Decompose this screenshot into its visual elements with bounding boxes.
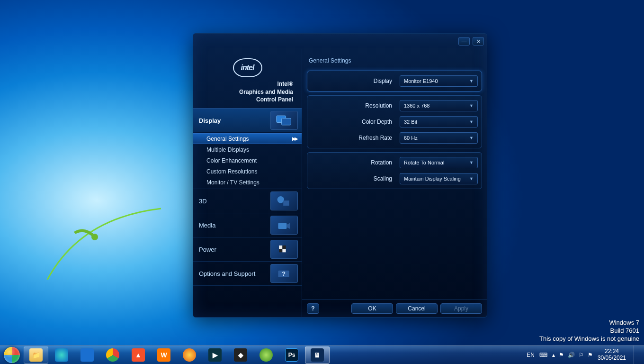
scaling-dropdown[interactable]: Maintain Display Scaling ▼ [400,173,478,184]
refresh-rate-dropdown[interactable]: 60 Hz ▼ [400,132,478,144]
ok-button[interactable]: OK [351,303,393,314]
network-icon[interactable]: ⚑ [559,352,564,358]
context-help-button[interactable]: ? [307,303,319,314]
firefox-icon [183,348,196,362]
edge-icon [55,348,68,362]
apply-button[interactable]: Apply [440,303,482,314]
action-center-icon[interactable]: ⚐ [579,352,584,358]
shapes-icon [270,191,298,210]
brave-icon: ▲ [132,348,145,362]
svg-rect-2 [282,118,291,125]
sidebar: intel Intel® Graphics and Media Control … [193,49,302,317]
volume-icon[interactable]: 🔊 [568,352,575,358]
nav-display-submenu: General Settings ▶▶ Multiple Displays Co… [193,132,302,189]
taskbar-filmora[interactable]: ▶ [203,346,227,364]
taskbar-firefox[interactable] [177,346,202,364]
svg-rect-10 [282,249,286,252]
start-button[interactable] [2,346,22,364]
svg-marker-6 [286,223,290,229]
minimize-icon: — [462,38,467,44]
svg-point-0 [91,234,98,240]
taskbar-wattpad[interactable]: W [152,346,176,364]
svg-rect-8 [282,246,286,249]
resolution-group: Resolution 644 x 364 ▼ Color Depth 32 B… [307,95,482,148]
arrow-right-icon: ▶▶ [292,136,297,141]
balloon-icon [259,348,273,362]
taskbar-edge[interactable] [49,346,74,364]
chevron-down-icon: ▼ [469,136,474,140]
scaling-label: Scaling [311,175,395,182]
wattpad-icon: W [157,348,170,362]
chevron-down-icon: ▼ [469,176,474,181]
desktop-watermark: Windows 7 Build 7601 This copy of Window… [539,319,639,343]
filmora-icon: ▶ [208,348,222,362]
rotation-dropdown[interactable]: Rotate To Normal ▼ [400,157,478,168]
show-desktop-button[interactable] [634,346,639,364]
taskbar-chrome[interactable] [100,346,125,364]
monitor-icon [270,111,298,130]
intel-logo: intel [233,58,262,77]
window-titlebar: — ✕ [193,34,487,49]
taskbar-clock[interactable]: 22:24 30/05/2021 [598,348,626,362]
desktop-decoration [43,199,166,284]
chrome-icon [106,348,119,362]
color-depth-dropdown[interactable]: 32 Bit ▼ [400,116,478,127]
nav-custom-resolutions[interactable]: Custom Resolutions [193,166,302,177]
inkscape-icon: ◆ [234,348,247,362]
system-tray: EN ⌨ ▴ ⚑ 🔊 ⚐ ⚑ 22:24 30/05/2021 [527,346,642,364]
flag-icon [270,240,298,259]
svg-rect-4 [283,200,289,206]
minimize-button[interactable]: — [458,37,470,46]
taskbar: 📁 ▲ W ▶ ◆ Ps 🖥 EN ⌨ ▴ ⚑ 🔊 ⚐ ⚑ 22:24 30/0… [0,345,644,364]
help-icon: ? [270,264,298,283]
tray-overflow-button[interactable]: ▴ [552,352,555,358]
svg-rect-7 [279,246,282,249]
cancel-button[interactable]: Cancel [396,303,438,314]
nav-3d[interactable]: 3D [193,189,302,213]
taskbar-app-blue[interactable] [75,346,99,364]
keyboard-icon[interactable]: ⌨ [539,352,547,358]
nav-monitor-tv-settings[interactable]: Monitor / TV Settings [193,177,302,188]
nav-general-settings[interactable]: General Settings ▶▶ [193,133,302,144]
button-bar: ? OK Cancel Apply [302,299,487,317]
blue-square-icon [80,348,94,362]
svg-rect-9 [279,249,282,252]
section-title: General Settings [302,49,487,69]
nav-power[interactable]: Power [193,237,302,261]
close-icon: ✕ [476,38,481,45]
resolution-label: Resolution [311,102,395,109]
taskbar-photoshop[interactable]: Ps [279,346,304,364]
app-title: Intel® Graphics and Media Control Panel [239,80,302,103]
language-indicator[interactable]: EN [527,352,535,358]
photoshop-icon: Ps [285,348,298,362]
intel-graphics-icon: 🖥 [311,348,324,362]
nav-color-enhancement[interactable]: Color Enhancement [193,155,302,166]
flag-notify-icon[interactable]: ⚑ [588,352,593,358]
taskbar-corel[interactable] [254,346,278,364]
nav-multiple-displays[interactable]: Multiple Displays [193,144,302,155]
nav-media[interactable]: Media [193,213,302,237]
taskbar-brave[interactable]: ▲ [126,346,151,364]
display-label: Display [311,78,395,84]
content-pane: General Settings Display Monitor E1940 ▼… [302,49,487,317]
taskbar-inkscape[interactable]: ◆ [228,346,253,364]
chevron-down-icon: ▼ [469,79,474,83]
intel-graphics-window: — ✕ intel Intel® Graphics and Media Cont… [193,33,487,318]
display-group: Display Monitor E1940 ▼ [307,71,482,91]
display-dropdown[interactable]: Monitor E1940 ▼ [400,75,478,87]
chevron-down-icon: ▼ [469,103,474,108]
folder-icon: 📁 [29,348,43,362]
nav-options-support[interactable]: Options and Support ? [193,262,302,285]
svg-point-3 [277,196,284,203]
windows-logo-icon [4,347,20,363]
taskbar-explorer[interactable]: 📁 [24,346,48,364]
svg-text:?: ? [282,271,286,277]
taskbar-intel-graphics[interactable]: 🖥 [305,346,330,364]
resolution-dropdown[interactable]: 644 x 364 ▼ [400,100,478,111]
svg-rect-5 [278,223,286,229]
chevron-down-icon: ▼ [469,160,474,165]
rotation-group: Rotation Rotate To Normal ▼ Scaling Main… [307,152,482,189]
taskbar-items: 📁 ▲ W ▶ ◆ Ps 🖥 [24,346,330,364]
nav-display[interactable]: Display [193,109,302,132]
close-button[interactable]: ✕ [473,37,484,46]
